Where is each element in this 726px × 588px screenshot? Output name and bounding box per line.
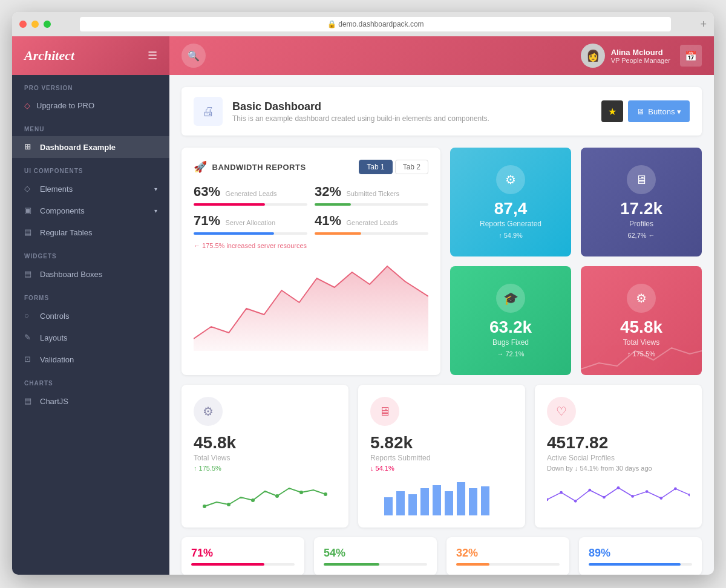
dashboard-grid: 🚀 BANDWIDTH REPORTS Tab 1 Tab 2 63%	[182, 148, 702, 375]
section-label-ui-components: UI COMPONENTS	[12, 158, 169, 178]
svg-point-3	[275, 494, 279, 498]
sidebar-item-label: Dashboard Example	[40, 143, 116, 152]
info-value-total-views: 45.8k	[194, 433, 336, 452]
add-tab-button[interactable]: +	[700, 18, 707, 31]
stat-generated-leads-1: 63% Generated Leads	[194, 184, 307, 206]
hamburger-icon[interactable]: ☰	[148, 49, 157, 62]
sidebar-item-regular-tables[interactable]: ▤ Regular Tables	[12, 221, 169, 243]
bottom-cards: ⚙ 45.8k Total Views ↑ 175.5%	[182, 385, 702, 528]
validation-icon: ⊡	[24, 354, 34, 364]
progress-bar-3	[456, 563, 560, 566]
sidebar-item-chartjs[interactable]: ▤ ChartJS	[12, 390, 169, 412]
svg-point-5	[324, 492, 327, 496]
stat-submitted-tickers: 32% Submitted Tickers	[315, 184, 428, 206]
sidebar-item-upgrade[interactable]: ◇ Upgrade to PRO	[12, 95, 169, 116]
svg-rect-9	[420, 488, 429, 515]
bandwidth-chart	[194, 254, 428, 351]
calendar-button[interactable]: 📅	[680, 45, 702, 67]
page-header-text: Basic Dashboard This is an example dashb…	[232, 100, 489, 123]
svg-rect-14	[481, 486, 489, 515]
browser-titlebar: 🔒 demo.dashboardpack.com +	[12, 12, 714, 36]
line-chart-green	[194, 479, 336, 515]
user-details: Alina Mclourd VP People Manager	[611, 48, 670, 64]
svg-point-21	[631, 495, 634, 498]
sidebar-item-components[interactable]: ▣ Components ▾	[12, 200, 169, 221]
buttons-dropdown[interactable]: 🖥 Buttons ▾	[628, 100, 690, 122]
stat-generated-leads-2: 41% Generated Leads	[315, 213, 428, 235]
info-change-total-views: ↑ 175.5%	[194, 465, 336, 472]
sidebar-item-label: Dashboard Boxes	[40, 270, 102, 279]
monitor-icon-card: 🖥	[370, 397, 399, 426]
gear-icon: ⚙	[496, 165, 525, 194]
progress-pct-4: 89%	[589, 547, 692, 560]
progress-cards: 71% 54% 32%	[182, 537, 702, 575]
bandwidth-header: 🚀 BANDWIDTH REPORTS Tab 1 Tab 2	[194, 160, 428, 174]
sidebar-item-controls[interactable]: ○ Controls	[12, 305, 169, 327]
progress-card-1: 71%	[182, 537, 304, 575]
sidebar-header: Architect ☰	[12, 36, 169, 75]
chart-icon: ▤	[24, 396, 34, 406]
stat-card-reports: ⚙ 87,4 Reports Generated ↑ 54.9%	[450, 148, 571, 256]
svg-rect-12	[457, 482, 465, 515]
topbar: 🔍 👩 Alina Mclourd VP People Manager 📅	[169, 36, 714, 75]
sidebar-item-validation[interactable]: ⊡ Validation	[12, 348, 169, 370]
info-card-total-views: ⚙ 45.8k Total Views ↑ 175.5%	[182, 385, 348, 528]
page-header: 🖨 Basic Dashboard This is an example das…	[182, 87, 702, 136]
stat-value-reports: 87,4	[494, 199, 528, 218]
sidebar-item-label: Validation	[40, 355, 74, 364]
stat-value-total-views: 45.8k	[620, 318, 662, 337]
elements-icon: ◇	[24, 184, 34, 194]
sidebar-item-label: ChartJS	[40, 397, 68, 406]
sidebar-item-dashboard-boxes[interactable]: ▤ Dashboard Boxes	[12, 263, 169, 285]
buttons-icon: 🖥	[636, 107, 644, 116]
close-dot[interactable]	[19, 21, 27, 28]
sidebar-item-elements[interactable]: ◇ Elements ▾	[12, 178, 169, 200]
search-button[interactable]: 🔍	[182, 44, 206, 68]
progress-bar-1	[191, 563, 295, 566]
stat-change-reports: ↑ 54.9%	[499, 232, 523, 239]
bandwidth-title: 🚀 BANDWIDTH REPORTS	[194, 160, 306, 174]
progress-card-4: 89%	[579, 537, 702, 575]
progress-pct-1: 71%	[191, 547, 295, 560]
user-info: 👩 Alina Mclourd VP People Manager	[581, 44, 670, 68]
svg-rect-10	[433, 485, 441, 515]
info-note-social-profiles: Down by ↓ 54.1% from 30 days ago	[547, 465, 690, 472]
stat-card-profiles: 🖥 17.2k Profiles 62,7% ←	[581, 148, 702, 256]
graduation-icon: 🎓	[496, 284, 525, 313]
chevron-down-icon: ▾	[154, 207, 157, 214]
address-bar[interactable]: 🔒 demo.dashboardpack.com	[80, 17, 671, 31]
box-icon: ▤	[24, 269, 34, 279]
main-content: 🖨 Basic Dashboard This is an example das…	[169, 75, 714, 575]
info-label-reports-submitted: Reports Submitted	[370, 454, 513, 462]
section-label-menu: MENU	[12, 116, 169, 136]
sidebar-item-layouts[interactable]: ✎ Layouts	[12, 327, 169, 348]
svg-point-24	[674, 487, 677, 490]
app-logo: Architect	[24, 48, 74, 64]
buttons-label: Buttons ▾	[648, 107, 681, 116]
stat-server-allocation: 71% Server Allocation	[194, 213, 307, 235]
section-label-charts: CHARTS	[12, 370, 169, 390]
browser-window: 🔒 demo.dashboardpack.com + Architect ☰ P…	[12, 12, 714, 575]
controls-icon: ○	[24, 311, 34, 321]
stat-card-bugs: 🎓 63.2k Bugs Fixed → 72.1%	[450, 266, 571, 375]
star-button[interactable]: ★	[601, 100, 623, 122]
svg-point-16	[560, 491, 563, 494]
maximize-dot[interactable]	[44, 21, 51, 28]
svg-point-23	[659, 497, 662, 500]
sidebar-item-label: Regular Tables	[40, 228, 92, 237]
sidebar-item-label: Controls	[40, 312, 69, 321]
bandwidth-card: 🚀 BANDWIDTH REPORTS Tab 1 Tab 2 63%	[182, 148, 440, 375]
progress-pct-3: 32%	[456, 547, 560, 560]
svg-rect-6	[384, 497, 393, 515]
tab-2[interactable]: Tab 2	[395, 160, 428, 174]
bandwidth-tabs: Tab 1 Tab 2	[359, 160, 428, 174]
page-icon: 🖨	[194, 97, 223, 126]
sidebar-item-dashboard-example[interactable]: ⊞ Dashboard Example	[12, 136, 169, 158]
minimize-dot[interactable]	[31, 21, 39, 28]
username: Alina Mclourd	[611, 48, 670, 57]
svg-point-18	[588, 489, 591, 492]
tab-1[interactable]: Tab 1	[359, 160, 392, 174]
user-role: VP People Manager	[611, 57, 670, 64]
sidebar-item-label: Components	[40, 206, 85, 215]
svg-rect-8	[408, 494, 417, 515]
